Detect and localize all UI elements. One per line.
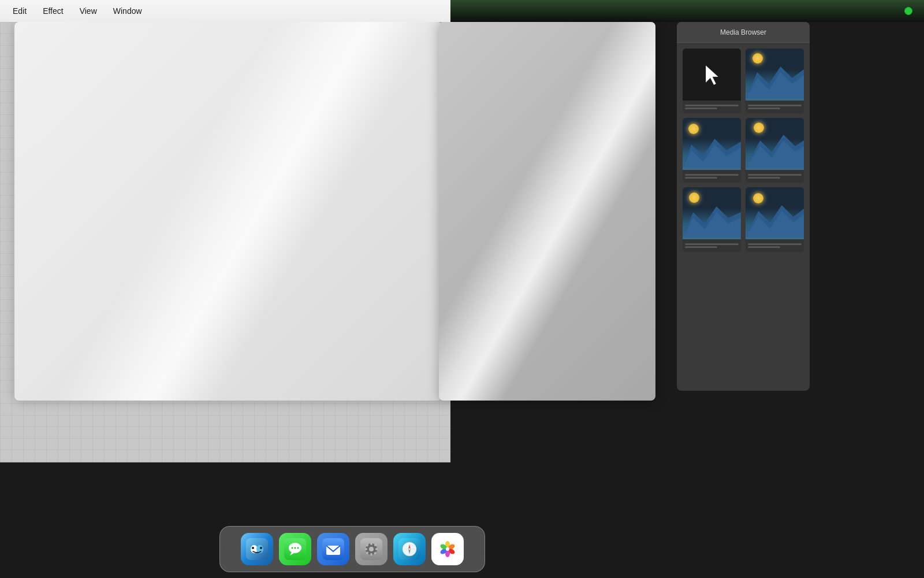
label-line-2	[685, 108, 717, 109]
label-line-1	[748, 105, 802, 106]
label-line-2	[748, 177, 780, 179]
canvas-card-right	[439, 22, 655, 401]
dock-icon-safari[interactable]	[393, 533, 426, 565]
media-item[interactable]	[746, 49, 804, 113]
landscape-thumb	[746, 49, 804, 101]
motion-cursor-icon	[703, 64, 721, 85]
dock-icon-system-settings[interactable]	[355, 533, 388, 565]
svg-rect-29	[365, 549, 367, 550]
media-item-label	[746, 170, 804, 183]
media-item-label	[746, 239, 804, 252]
svg-rect-28	[371, 553, 372, 555]
dock-icon-mail[interactable]	[317, 533, 349, 565]
landscape-thumb	[683, 187, 741, 239]
svg-rect-30	[375, 549, 378, 550]
media-item[interactable]	[746, 118, 804, 183]
landscape-mountain	[746, 61, 804, 101]
svg-point-21	[297, 547, 299, 549]
media-item-label	[746, 101, 804, 113]
menu-item-view[interactable]: View	[72, 4, 105, 18]
landscape-mountain	[746, 199, 804, 239]
media-item[interactable]	[683, 187, 741, 252]
landscape-thumb	[746, 187, 804, 239]
media-item-label	[683, 170, 741, 183]
label-line-1	[685, 105, 739, 106]
label-line-2	[685, 246, 717, 248]
menu-bar: Edit Effect View Window	[0, 0, 450, 22]
label-line-1	[748, 243, 802, 245]
label-line-1	[685, 243, 739, 245]
svg-point-26	[369, 547, 374, 551]
svg-marker-0	[706, 65, 718, 85]
canvas-card-left	[14, 22, 442, 401]
label-line-2	[748, 246, 780, 248]
window-control-green[interactable]	[904, 7, 912, 15]
top-bar-right	[450, 0, 924, 22]
svg-point-15	[260, 547, 262, 549]
menu-item-effect[interactable]: Effect	[35, 4, 72, 18]
media-browser-title: Media Browser	[720, 28, 766, 36]
label-line-1	[748, 174, 802, 176]
landscape-thumb	[746, 118, 804, 170]
media-item-label	[683, 101, 741, 113]
dock	[219, 526, 485, 572]
svg-marker-10	[746, 211, 804, 237]
dock-icon-photos[interactable]	[431, 533, 464, 565]
landscape-thumb	[683, 118, 741, 170]
dock-icon-messages[interactable]	[279, 533, 311, 565]
menu-item-window[interactable]: Window	[105, 4, 150, 18]
canvas-sheen	[14, 22, 442, 401]
svg-rect-27	[371, 543, 372, 545]
motion-app-thumb	[683, 49, 741, 101]
canvas-sheen-right	[439, 22, 655, 401]
media-item[interactable]	[683, 49, 741, 113]
media-item[interactable]	[746, 187, 804, 252]
label-line-1	[685, 174, 739, 176]
landscape-mountain	[746, 130, 804, 170]
media-item[interactable]	[683, 118, 741, 183]
svg-point-20	[295, 547, 296, 549]
landscape-mountain	[683, 199, 741, 239]
svg-point-19	[292, 547, 293, 549]
media-browser-grid	[677, 43, 810, 258]
svg-point-49	[446, 547, 449, 551]
media-browser-header: Media Browser	[677, 22, 810, 43]
svg-point-14	[252, 547, 254, 549]
media-item-label	[683, 239, 741, 252]
landscape-mountain	[683, 130, 741, 170]
menu-item-edit[interactable]: Edit	[5, 4, 35, 18]
media-browser-panel: Media Browser	[677, 22, 810, 391]
label-line-2	[685, 177, 717, 179]
label-line-2	[748, 108, 780, 109]
dock-icon-finder[interactable]	[241, 533, 273, 565]
